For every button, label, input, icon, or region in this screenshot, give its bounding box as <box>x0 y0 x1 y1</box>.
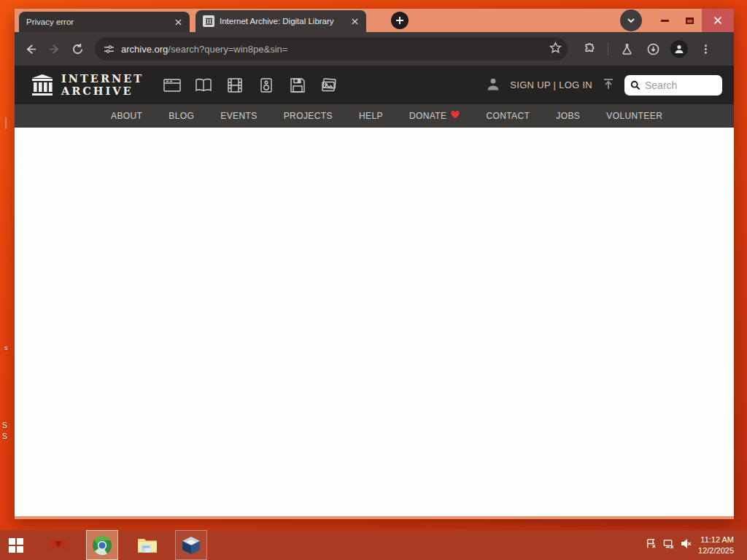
taskbar-red-app-button[interactable] <box>42 530 74 560</box>
search-icon <box>630 80 640 90</box>
url-domain: archive.org <box>121 44 168 55</box>
system-tray: 11:12 AM 12/2/2025 <box>646 534 747 556</box>
menu-kebab-icon[interactable] <box>694 37 717 61</box>
tab-privacy-error[interactable]: Privacy error <box>19 12 190 32</box>
browser-toolbar: archive.org/search?query=win8pe&sin= <box>15 32 734 66</box>
nav-item-jobs[interactable]: JOBS <box>556 111 580 121</box>
software-floppy-icon[interactable] <box>288 77 307 94</box>
window-controls <box>620 9 734 32</box>
upload-icon[interactable] <box>602 77 615 93</box>
images-photos-icon[interactable] <box>320 77 338 94</box>
tab-search-button[interactable] <box>620 9 642 31</box>
archive-search-box[interactable] <box>624 75 722 96</box>
address-bar[interactable]: archive.org/search?query=win8pe&sin= <box>95 37 568 61</box>
maximize-button[interactable] <box>677 9 702 32</box>
start-button[interactable] <box>0 530 32 560</box>
network-status-icon[interactable] <box>663 538 674 552</box>
header-account-area: SIGN UP | LOG IN <box>486 75 722 96</box>
nav-item-blog[interactable]: BLOG <box>169 111 194 121</box>
virtualbox-icon <box>181 535 201 556</box>
internet-archive-favicon-icon <box>203 15 214 27</box>
windows-logo-icon <box>9 538 23 553</box>
web-icon[interactable] <box>163 77 182 94</box>
page-content-blank <box>15 128 734 516</box>
tab-title: Privacy error <box>26 18 167 26</box>
desktop-icon-fragment <box>5 117 7 129</box>
internet-archive-logo[interactable]: INTERNET ARCHIVE <box>31 73 144 96</box>
toolbar-right-cluster <box>578 37 717 61</box>
nav-item-projects[interactable]: PROJECTS <box>284 111 333 121</box>
taskbar-chrome-button[interactable] <box>86 530 118 560</box>
internet-archive-wordmark: INTERNET ARCHIVE <box>61 73 144 96</box>
close-button[interactable] <box>702 9 734 32</box>
clock-date: 12/2/2025 <box>698 545 734 556</box>
nav-item-about[interactable]: ABOUT <box>111 111 142 121</box>
windows-taskbar: 11:12 AM 12/2/2025 <box>0 530 747 560</box>
downloads-icon[interactable] <box>641 37 665 61</box>
minimize-button[interactable] <box>652 9 677 32</box>
signup-login-link[interactable]: SIGN UP | LOG IN <box>510 79 592 90</box>
site-settings-icon[interactable] <box>104 44 115 55</box>
tab-strip: Privacy error Internet Archive: Digital … <box>19 9 366 32</box>
tab-close-icon[interactable] <box>349 15 360 27</box>
toolbar-separator <box>608 42 608 55</box>
texts-book-icon[interactable] <box>194 77 213 94</box>
nav-item-events[interactable]: EVENTS <box>220 111 257 121</box>
archive-search-input[interactable] <box>645 79 716 91</box>
heart-icon <box>451 111 460 121</box>
url-text[interactable]: archive.org/search?query=win8pe&sin= <box>121 44 543 55</box>
nav-item-donate[interactable]: DONATE <box>409 111 460 121</box>
action-center-flag-icon[interactable] <box>646 538 657 552</box>
forward-button[interactable] <box>42 37 66 61</box>
tab-internet-archive[interactable]: Internet Archive: Digital Library <box>196 10 366 32</box>
clock-time: 11:12 AM <box>698 534 734 545</box>
nav-item-help[interactable]: HELP <box>359 111 383 121</box>
nav-item-volunteer[interactable]: VOLUNTEER <box>606 111 662 121</box>
chrome-icon <box>92 535 112 556</box>
profile-avatar-icon[interactable] <box>667 37 691 61</box>
red-app-icon <box>47 537 69 554</box>
desktop-icon-label-fragment: s <box>4 344 8 351</box>
tab-title: Internet Archive: Digital Library <box>220 17 344 26</box>
account-person-icon[interactable] <box>486 77 500 94</box>
url-path: /search?query=win8pe&sin= <box>168 44 287 55</box>
labs-flask-icon[interactable] <box>615 37 638 61</box>
video-film-icon[interactable] <box>225 77 244 94</box>
volume-muted-icon[interactable] <box>681 538 692 552</box>
bookmark-star-icon[interactable] <box>549 42 562 57</box>
new-tab-button[interactable] <box>391 12 409 29</box>
taskbar-clock[interactable]: 11:12 AM 12/2/2025 <box>698 534 740 556</box>
back-button[interactable] <box>19 37 42 61</box>
internet-archive-header: INTERNET ARCHIVE <box>15 66 734 104</box>
archive-nav-bar: ABOUT BLOG EVENTS PROJECTS HELP DONATE C… <box>15 104 734 128</box>
refresh-button[interactable] <box>66 37 89 61</box>
nav-item-contact[interactable]: CONTACT <box>486 111 530 121</box>
browser-titlebar[interactable]: Privacy error Internet Archive: Digital … <box>15 9 734 32</box>
internet-archive-building-icon <box>31 74 54 96</box>
taskbar-virtualbox-button[interactable] <box>175 530 207 560</box>
extensions-puzzle-icon[interactable] <box>578 37 601 61</box>
file-explorer-icon <box>136 536 158 555</box>
desktop-icon-label-fragment: S <box>2 432 7 440</box>
desktop-icon-label-fragment: S <box>2 421 7 429</box>
tab-close-icon[interactable] <box>172 16 184 28</box>
media-type-icons <box>163 77 338 94</box>
taskbar-file-explorer-button[interactable] <box>131 530 163 560</box>
browser-window: Privacy error Internet Archive: Digital … <box>15 9 734 519</box>
audio-speaker-icon[interactable] <box>257 77 276 94</box>
